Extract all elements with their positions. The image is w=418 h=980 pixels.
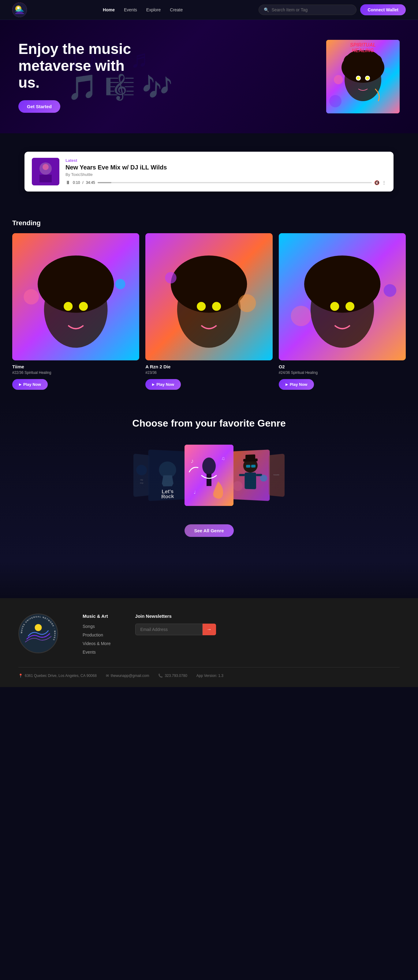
time-separator: / bbox=[82, 180, 83, 185]
svg-point-22 bbox=[63, 302, 73, 311]
footer-link-production[interactable]: Production bbox=[82, 632, 111, 638]
footer-bottom: 📍 6361 Quebec Drive, Los Angeles, CA 900… bbox=[18, 667, 400, 678]
trending-card-1[interactable]: Tiime #22/36 Spiritual Healing ▶ Play No… bbox=[12, 233, 139, 390]
genre-art-left: Let's Rock bbox=[149, 450, 186, 501]
svg-point-13 bbox=[384, 67, 391, 73]
svg-point-39 bbox=[383, 284, 396, 297]
svg-rect-58 bbox=[246, 465, 250, 468]
svg-point-25 bbox=[115, 279, 125, 289]
latest-thumb-art bbox=[32, 158, 59, 185]
genre-card-far-left[interactable]: Hip Hop bbox=[133, 453, 149, 497]
progress-bar[interactable] bbox=[98, 182, 372, 183]
see-all-wrapper: See All Genre bbox=[12, 518, 406, 537]
svg-text:♩: ♩ bbox=[194, 490, 196, 495]
svg-rect-59 bbox=[251, 465, 255, 467]
time-current: 0:10 bbox=[73, 180, 80, 185]
latest-artist: By ToxicShuttle bbox=[65, 172, 386, 177]
footer-link-events[interactable]: Events bbox=[82, 649, 111, 655]
genre-art-center: ♪ ♫ ♩ bbox=[185, 445, 233, 506]
genre-section: Choose from your favorite Genre Hip Hop bbox=[0, 399, 418, 561]
location-icon: 📍 bbox=[18, 673, 23, 678]
footer-link-videos[interactable]: Videos & More bbox=[82, 641, 111, 646]
trending-card-3[interactable]: O2 #24/36 Spiritual Healing ▶ Play Now bbox=[279, 233, 406, 390]
pause-button[interactable]: ⏸ bbox=[65, 180, 70, 185]
svg-text:Rock: Rock bbox=[161, 493, 174, 500]
track-name-2: A Rzn 2 Die bbox=[146, 364, 272, 369]
hero-album-art: SPIRITUAL HEALING bbox=[326, 40, 400, 113]
genre-art-far-right: Acoustic bbox=[269, 453, 285, 497]
genre-card-far-right[interactable]: Acoustic bbox=[269, 453, 285, 497]
svg-point-9 bbox=[366, 76, 369, 80]
svg-point-68 bbox=[35, 624, 42, 631]
footer-phone: 📞 323.793.0780 bbox=[158, 673, 187, 678]
nav-events[interactable]: Events bbox=[124, 7, 137, 12]
footer-links-title: Music & Art bbox=[82, 614, 111, 619]
genre-card-center[interactable]: ♪ ♫ ♩ bbox=[185, 445, 233, 506]
email-input[interactable] bbox=[135, 624, 203, 635]
svg-text:♫: ♫ bbox=[221, 456, 225, 461]
trending-card-2[interactable]: A Rzn 2 Die #23/36 ▶ Play Now bbox=[146, 233, 272, 390]
latest-thumbnail bbox=[32, 158, 59, 185]
featured-album: SPIRITUAL HEALING bbox=[326, 40, 400, 113]
svg-point-32 bbox=[165, 272, 177, 283]
track-sub-3: #24/36 Spiritual Healing bbox=[279, 371, 406, 375]
see-all-genre-button[interactable]: See All Genre bbox=[185, 524, 234, 537]
nav-home[interactable]: Home bbox=[103, 7, 115, 12]
get-started-button[interactable]: Get Started bbox=[18, 100, 60, 113]
play-icon-1: ▶ bbox=[19, 383, 21, 386]
audio-player: ⏸ 0:10 / 34:45 🔇 ⋮ bbox=[65, 180, 386, 185]
play-button-1[interactable]: ▶ Play Now bbox=[12, 379, 48, 390]
svg-point-21 bbox=[38, 256, 114, 313]
svg-point-35 bbox=[304, 256, 380, 313]
nav-explore[interactable]: Explore bbox=[146, 7, 161, 12]
play-button-3[interactable]: ▶ Play Now bbox=[279, 379, 314, 390]
volume-icon[interactable]: 🔇 bbox=[374, 180, 380, 185]
track-sub-1: #22/36 Spiritual Healing bbox=[12, 371, 139, 375]
latest-title: New Years Eve Mix w/ DJ iLL Wilds bbox=[65, 164, 386, 171]
latest-info: Latest New Years Eve Mix w/ DJ iLL Wilds… bbox=[65, 158, 386, 185]
search-bar[interactable]: 🔍 bbox=[258, 5, 356, 15]
svg-point-8 bbox=[357, 76, 360, 80]
nav-create[interactable]: Create bbox=[170, 7, 183, 12]
svg-text:HEALING: HEALING bbox=[352, 48, 374, 53]
trending-img-3 bbox=[279, 233, 406, 360]
footer: WAVES UNIVERSAL NETWORK · WAVES Music & … bbox=[0, 598, 418, 687]
footer-link-songs[interactable]: Songs bbox=[82, 624, 111, 629]
svg-text:Acoustic: Acoustic bbox=[273, 474, 279, 476]
footer-email: ✉ thewunapp@gmail.com bbox=[106, 673, 149, 678]
svg-point-2 bbox=[17, 7, 20, 9]
genre-art-right bbox=[232, 450, 269, 501]
svg-point-31 bbox=[238, 294, 256, 312]
svg-rect-57 bbox=[245, 455, 255, 460]
play-button-2[interactable]: ▶ Play Now bbox=[146, 379, 181, 390]
logo[interactable] bbox=[12, 2, 27, 17]
newsletter-title: Join Newsletters bbox=[135, 614, 216, 619]
svg-point-30 bbox=[212, 302, 221, 311]
email-submit-button[interactable]: → bbox=[203, 624, 216, 635]
phone-icon: 📞 bbox=[158, 673, 163, 678]
spacer bbox=[0, 562, 418, 598]
footer-links-list: Songs Production Videos & More Events bbox=[82, 624, 111, 655]
footer-newsletter: Join Newsletters → bbox=[135, 614, 216, 635]
navbar: Home Events Explore Create 🔍 Connect Wal… bbox=[0, 0, 418, 20]
genre-card-left[interactable]: Let's Rock bbox=[149, 450, 186, 501]
trending-art-2 bbox=[146, 233, 272, 360]
genre-card-right[interactable] bbox=[232, 450, 269, 501]
footer-app-version: App Version: 1.3 bbox=[196, 673, 223, 678]
trending-grid: Tiime #22/36 Spiritual Healing ▶ Play No… bbox=[12, 233, 406, 390]
svg-point-14 bbox=[329, 95, 342, 107]
time-total: 34:45 bbox=[86, 180, 95, 185]
connect-wallet-button[interactable]: Connect Wallet bbox=[360, 4, 406, 15]
footer-address: 📍 6361 Quebec Drive, Los Angeles, CA 900… bbox=[18, 673, 97, 678]
search-icon: 🔍 bbox=[264, 7, 269, 12]
track-sub-2: #23/36 bbox=[146, 371, 272, 375]
latest-section: Latest New Years Eve Mix w/ DJ iLL Wilds… bbox=[0, 133, 418, 210]
search-input[interactable] bbox=[271, 7, 351, 12]
svg-point-24 bbox=[24, 289, 39, 305]
genre-title: Choose from your favorite Genre bbox=[12, 417, 406, 429]
svg-rect-17 bbox=[40, 175, 52, 182]
latest-badge: Latest bbox=[65, 158, 386, 163]
track-name-3: O2 bbox=[279, 364, 406, 369]
genre-carousel: Hip Hop Let's Rock bbox=[12, 445, 406, 506]
more-options-icon[interactable]: ⋮ bbox=[382, 180, 386, 185]
